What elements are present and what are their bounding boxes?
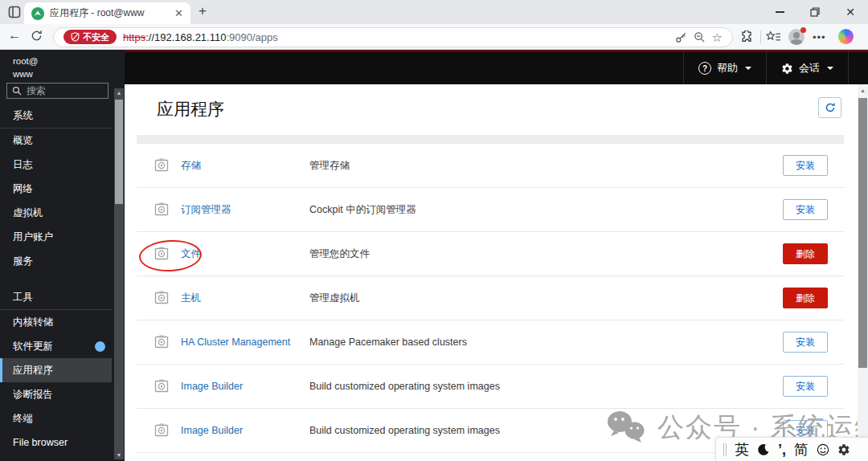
toolbar-divider [760,31,761,43]
tab-close-icon[interactable]: ✕ [174,8,183,18]
app-action-button[interactable]: 安装 [783,155,828,176]
gear-icon [781,63,793,75]
address-bar[interactable]: 不安全 https://192.168.21.110:9090/apps ☆ [53,27,733,47]
app-name-link[interactable]: Image Builder [181,425,309,436]
page-scrollbar[interactable]: ▲ [858,84,868,461]
url-scheme: https [123,31,145,43]
sidebar-search-input[interactable]: 搜索 [6,83,108,99]
window-controls: ✕ [762,0,868,24]
app-description: Build customized operating system images [309,381,783,392]
sidebar-item-2[interactable]: 日志 [0,153,112,177]
minimize-button[interactable] [762,0,797,24]
sidebar-item-13[interactable]: File browser [0,430,112,455]
updates-badge [95,341,105,352]
app-action-button[interactable]: 安装 [783,199,828,220]
refresh-apps-button[interactable] [818,97,841,118]
tab-actions-icon[interactable] [8,6,21,18]
sidebar-scrollbar[interactable]: ▲ ▼ [114,88,124,459]
sidebar-item-11[interactable]: 诊断报告 [0,382,112,406]
profile-notification-dot [800,27,806,33]
session-menu[interactable]: 会话 [766,52,849,84]
sidebar-nav: 系统 概览 日志 网络 虚拟机 用户账户 服务 工具 内核转储 软件更新 应用程… [0,104,112,455]
session-label: 会话 [799,61,820,75]
app-row: 主机 管理虚拟机 删除 [137,276,844,320]
app-row: 订阅管理器 Cockpit 中的订阅管理器 安装 [137,188,844,232]
back-button[interactable]: ← [8,28,21,43]
app-default-icon [153,157,170,174]
cockpit-masthead: ? 帮助 会话 [125,50,868,84]
app-description: Cockpit 中的订阅管理器 [309,203,783,217]
sidebar-item-1[interactable]: 概览 [0,129,112,153]
ime-settings-gear-icon[interactable] [837,443,850,456]
wechat-icon [604,409,647,446]
app-name-link[interactable]: 主机 [181,292,309,305]
sidebar-item-4[interactable]: 虚拟机 [0,201,112,225]
app-name-link[interactable]: 订阅管理器 [181,203,309,217]
host-user: root@ [13,55,39,67]
ime-punctuation-toggle[interactable]: ’, [778,443,786,457]
cockpit-app: ? 帮助 会话 root@ www 搜索 系统 [0,50,868,461]
url-path: :9090/apps [226,31,277,43]
extensions-icon[interactable] [740,31,753,47]
app-default-icon [153,422,170,439]
sidebar-item-6[interactable]: 服务 [0,249,112,273]
app-action-button[interactable]: 删除 [783,243,828,264]
scroll-up-icon[interactable]: ▲ [858,88,868,93]
sidebar-item-5[interactable]: 用户账户 [0,225,112,249]
app-description: Manage Pacemaker based clusters [309,337,783,348]
favorite-star-icon[interactable]: ☆ [712,31,723,43]
copilot-icon[interactable] [838,29,854,44]
emoji-icon[interactable] [817,443,829,456]
sidebar-item-10[interactable]: 应用程序 [0,358,112,382]
app-row: Image Builder Build customized operating… [137,365,844,409]
app-row: 文件 管理您的文件 删除 [137,232,844,276]
app-name-link[interactable]: HA Cluster Management [181,337,309,348]
app-action-button[interactable]: 安装 [783,376,828,397]
favorites-bar-icon[interactable] [766,31,781,47]
browser-toolbar: ← 不安全 https://192.168.21.110:9090/apps ☆… [0,24,868,50]
ime-simplified-toggle[interactable]: 简 [794,443,809,457]
sidebar-item-3[interactable]: 网络 [0,177,112,201]
scroll-up-icon[interactable]: ▲ [114,90,124,96]
security-badge-label: 不安全 [83,31,109,43]
ime-drag-handle[interactable] [723,443,727,456]
password-key-icon[interactable] [675,31,687,43]
url-host: ://192.168.21.110 [145,31,226,43]
scroll-down-icon[interactable]: ▼ [114,452,124,458]
app-default-icon [153,377,170,395]
new-tab-button[interactable]: + [199,3,207,19]
page-scroll-thumb[interactable] [858,98,867,368]
restore-button[interactable] [797,0,833,24]
app-name-link[interactable]: Image Builder [181,381,309,392]
apps-page: 应用程序 存储 管理存储 安装 订阅管理器 Cockpit [125,84,868,461]
help-icon: ? [698,62,711,75]
browser-menu-icon[interactable]: ••• [813,31,826,43]
app-default-icon [153,333,170,351]
help-menu[interactable]: ? 帮助 [683,52,766,84]
search-icon [12,86,22,96]
host-name: www [13,67,39,80]
ime-language-toggle[interactable]: 英 [735,443,749,457]
list-top-band [137,135,844,144]
host-label: root@ www [13,55,39,80]
app-action-button[interactable]: 安装 [783,332,828,353]
sidebar-item-12[interactable]: 终端 [0,406,112,430]
app-description: 管理虚拟机 [309,292,783,305]
sidebar-item-8[interactable]: 内核转储 [0,310,112,334]
moon-icon[interactable] [757,443,770,456]
page-title: 应用程序 [157,98,224,120]
reload-button[interactable] [31,30,43,45]
app-default-icon [153,201,170,218]
app-action-button[interactable]: 删除 [783,288,828,308]
app-list: 存储 管理存储 安装 订阅管理器 Cockpit 中的订阅管理器 安装 文件 管… [137,144,844,453]
sidebar-scroll-thumb[interactable] [115,100,123,204]
browser-tab-strip: 应用程序 - root@www ✕ + ✕ [0,0,868,24]
chevron-down-icon [827,67,833,70]
sidebar-item-9[interactable]: 软件更新 [0,334,112,358]
security-badge[interactable]: 不安全 [63,30,117,44]
zoom-out-icon[interactable] [694,31,706,43]
app-name-link[interactable]: 存储 [181,159,309,173]
browser-tab[interactable]: 应用程序 - root@www ✕ [24,2,190,24]
close-window-button[interactable]: ✕ [833,0,868,24]
search-placeholder: 搜索 [27,84,46,98]
